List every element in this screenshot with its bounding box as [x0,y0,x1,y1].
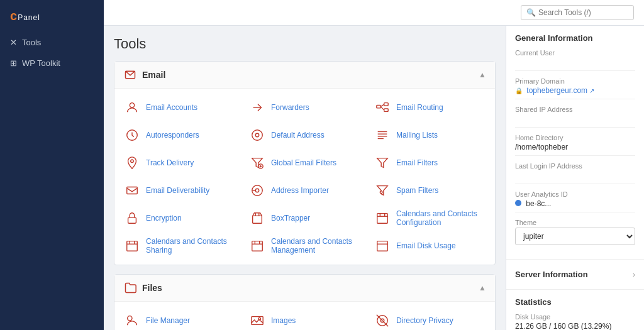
boxtrapper-icon [248,209,266,227]
global-email-filters-icon [248,154,266,172]
svg-line-48 [377,315,388,326]
svg-marker-19 [377,158,388,168]
tool-spam-filters[interactable]: Spam Filters [367,177,492,204]
svg-point-25 [380,191,382,194]
email-accounts-label: Email Accounts [146,103,197,112]
email-deliverability-icon [123,182,141,199]
tool-forwarders[interactable]: Forwarders [242,94,367,121]
svg-point-22 [255,189,259,192]
email-collapse-chevron: ▲ [479,70,486,79]
sidebar-item-wp-toolkit[interactable]: ⊞ WP Toolkit [0,53,104,74]
track-delivery-label: Track Delivery [146,158,194,167]
cal-contacts-config-icon [374,209,391,227]
ua-id-text: be-8c... [526,199,551,208]
tool-boxtrapper[interactable]: BoxTrapper [242,204,367,232]
theme-row: Theme jupiter paper_lantern [515,219,635,245]
main-wrapper: 🔍 Tools Email [104,0,644,330]
tool-email-accounts[interactable]: Email Accounts [117,94,242,121]
last-login-row: Last Login IP Address [515,162,635,184]
cal-management-icon [248,237,266,255]
shared-ip-value [515,114,635,128]
images-icon [248,312,266,329]
file-manager-label: File Manager [146,316,190,325]
autoresponders-label: Autoresponders [146,131,199,140]
primary-domain-link[interactable]: tophebergeur.com [526,86,587,95]
email-accounts-icon [123,99,141,116]
svg-point-8 [252,130,263,141]
cal-contacts-config-label: Calendars and Contacts Configuration [396,209,486,227]
sidebar-item-tools[interactable]: ✕ Tools [0,32,104,53]
mailing-lists-icon [374,126,391,144]
tool-cal-management[interactable]: Calendars and Contacts Management [242,232,367,260]
email-card-header[interactable]: Email ▲ [114,62,495,89]
tool-cal-sharing[interactable]: Calendars and Contacts Sharing [117,232,242,260]
address-importer-icon [248,182,266,199]
home-dir-value: /home/topheber [515,143,635,156]
spam-filters-label: Spam Filters [396,186,438,195]
files-section-label: Files [142,283,162,293]
tools-section: Tools Email ▲ [104,26,506,330]
tool-global-email-filters[interactable]: Global Email Filters [242,149,367,177]
svg-rect-20 [127,187,138,194]
statistics-section: Statistics Disk Usage 21.26 GB / 160 GB … [506,290,644,330]
lock-icon: 🔒 [515,87,523,94]
svg-rect-2 [377,105,380,108]
tool-dir-privacy[interactable]: Directory Privacy [367,307,492,330]
server-info-section[interactable]: Server Information › [506,260,644,290]
email-section-label: Email [142,70,165,80]
files-card-header[interactable]: Files ▲ [114,275,495,302]
svg-point-14 [131,160,134,163]
server-info-row[interactable]: Server Information › [515,267,635,282]
cal-management-label: Calendars and Contacts Management [271,237,361,255]
svg-rect-38 [252,241,263,251]
tool-cal-contacts-config[interactable]: Calendars and Contacts Configuration [367,204,492,232]
tool-autoresponders[interactable]: Autoresponders [117,121,242,149]
email-routing-label: Email Routing [396,103,443,112]
tool-images[interactable]: Images [242,307,367,330]
default-address-label: Default Address [271,131,325,140]
svg-marker-24 [377,186,388,195]
search-box[interactable]: 🔍 [521,5,634,20]
email-filters-icon [374,154,391,172]
tool-email-routing[interactable]: Email Routing [367,94,492,121]
current-user-value [515,58,635,71]
home-dir-label: Home Directory [515,134,635,141]
ua-dot [515,200,521,206]
tool-email-filters[interactable]: Email Filters [367,149,492,177]
email-card: Email ▲ Email Accounts [114,61,496,265]
files-tool-grid: File Manager Images Director [114,302,495,330]
svg-point-46 [258,317,261,320]
tool-default-address[interactable]: Default Address [242,121,367,149]
tool-address-importer[interactable]: Address Importer [242,177,367,204]
last-login-label: Last Login IP Address [515,162,635,170]
encryption-icon [123,209,141,227]
tool-mailing-lists[interactable]: Mailing Lists [367,121,492,149]
default-address-icon [248,126,266,144]
general-info-section: General Information Current User Primary… [506,26,644,260]
autoresponders-icon [123,126,141,144]
sidebar-item-wp-label: WP Toolkit [22,58,60,68]
svg-rect-26 [128,217,136,223]
sidebar: cPanel ✕ Tools ⊞ WP Toolkit [0,0,104,330]
ua-value: be-8c... [515,199,635,212]
dir-privacy-icon [374,312,391,329]
disk-usage-label: Disk Usage [515,313,635,321]
theme-select[interactable]: jupiter paper_lantern [515,228,635,245]
forwarders-label: Forwarders [271,103,309,112]
server-info-label: Server Information [515,270,588,279]
server-info-chevron: › [633,270,635,279]
tool-file-manager[interactable]: File Manager [117,307,242,330]
forwarders-icon [248,99,266,116]
tool-encryption[interactable]: Encryption [117,204,242,232]
svg-rect-3 [384,103,388,106]
search-input[interactable] [538,8,628,17]
content-area: Tools Email ▲ [104,26,644,330]
tool-email-disk-usage[interactable]: Email Disk Usage [367,232,492,260]
tool-email-deliverability[interactable]: Email Deliverability [117,177,242,204]
home-dir-row: Home Directory /home/topheber [515,134,635,156]
files-section-icon [123,281,137,295]
tool-track-delivery[interactable]: Track Delivery [117,149,242,177]
primary-domain-value: 🔒 tophebergeur.com ↗ [515,86,635,99]
mailing-lists-label: Mailing Lists [396,131,438,140]
topbar: 🔍 [104,0,644,26]
